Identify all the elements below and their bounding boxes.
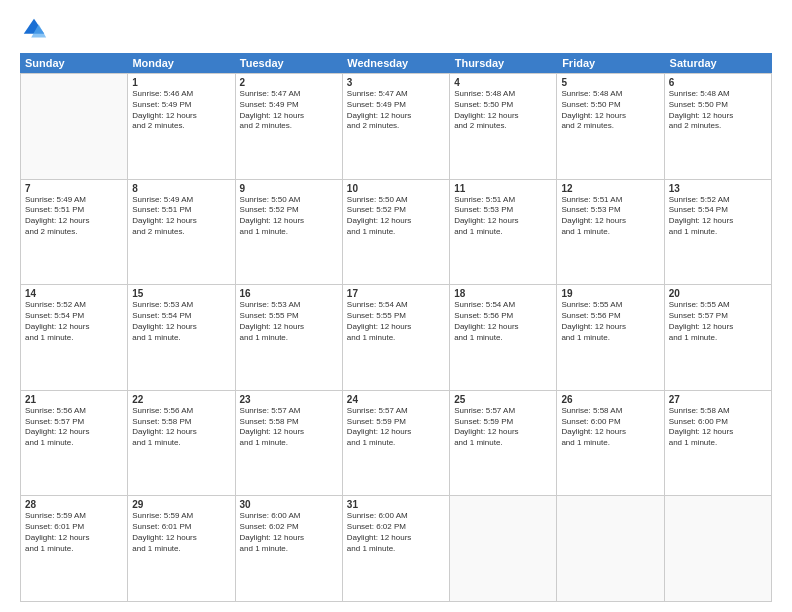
header-day-saturday: Saturday [665, 53, 772, 73]
day-number: 22 [132, 394, 230, 405]
cal-cell: 13Sunrise: 5:52 AM Sunset: 5:54 PM Dayli… [665, 180, 772, 285]
cal-cell: 16Sunrise: 5:53 AM Sunset: 5:55 PM Dayli… [236, 285, 343, 390]
day-number: 8 [132, 183, 230, 194]
cell-info: Sunrise: 5:49 AM Sunset: 5:51 PM Dayligh… [25, 195, 123, 238]
day-number: 24 [347, 394, 445, 405]
day-number: 4 [454, 77, 552, 88]
day-number: 30 [240, 499, 338, 510]
header-day-wednesday: Wednesday [342, 53, 449, 73]
cell-info: Sunrise: 5:58 AM Sunset: 6:00 PM Dayligh… [669, 406, 767, 449]
cal-cell: 23Sunrise: 5:57 AM Sunset: 5:58 PM Dayli… [236, 391, 343, 496]
logo-icon [20, 15, 48, 43]
calendar-row-5: 28Sunrise: 5:59 AM Sunset: 6:01 PM Dayli… [21, 496, 772, 602]
cal-cell: 24Sunrise: 5:57 AM Sunset: 5:59 PM Dayli… [343, 391, 450, 496]
cell-info: Sunrise: 6:00 AM Sunset: 6:02 PM Dayligh… [347, 511, 445, 554]
cal-cell: 30Sunrise: 6:00 AM Sunset: 6:02 PM Dayli… [236, 496, 343, 601]
cell-info: Sunrise: 5:59 AM Sunset: 6:01 PM Dayligh… [132, 511, 230, 554]
cell-info: Sunrise: 5:47 AM Sunset: 5:49 PM Dayligh… [240, 89, 338, 132]
day-number: 20 [669, 288, 767, 299]
day-number: 27 [669, 394, 767, 405]
cal-cell: 26Sunrise: 5:58 AM Sunset: 6:00 PM Dayli… [557, 391, 664, 496]
day-number: 11 [454, 183, 552, 194]
cal-cell: 8Sunrise: 5:49 AM Sunset: 5:51 PM Daylig… [128, 180, 235, 285]
day-number: 3 [347, 77, 445, 88]
cal-cell: 28Sunrise: 5:59 AM Sunset: 6:01 PM Dayli… [21, 496, 128, 601]
cal-cell: 21Sunrise: 5:56 AM Sunset: 5:57 PM Dayli… [21, 391, 128, 496]
cell-info: Sunrise: 5:55 AM Sunset: 5:57 PM Dayligh… [669, 300, 767, 343]
cal-cell: 27Sunrise: 5:58 AM Sunset: 6:00 PM Dayli… [665, 391, 772, 496]
cal-cell: 2Sunrise: 5:47 AM Sunset: 5:49 PM Daylig… [236, 74, 343, 179]
cal-cell: 1Sunrise: 5:46 AM Sunset: 5:49 PM Daylig… [128, 74, 235, 179]
cell-info: Sunrise: 5:56 AM Sunset: 5:58 PM Dayligh… [132, 406, 230, 449]
header-day-tuesday: Tuesday [235, 53, 342, 73]
cell-info: Sunrise: 5:57 AM Sunset: 5:59 PM Dayligh… [347, 406, 445, 449]
calendar-row-2: 7Sunrise: 5:49 AM Sunset: 5:51 PM Daylig… [21, 180, 772, 286]
cal-cell [21, 74, 128, 179]
day-number: 6 [669, 77, 767, 88]
header-day-friday: Friday [557, 53, 664, 73]
cal-cell: 20Sunrise: 5:55 AM Sunset: 5:57 PM Dayli… [665, 285, 772, 390]
cell-info: Sunrise: 5:58 AM Sunset: 6:00 PM Dayligh… [561, 406, 659, 449]
day-number: 12 [561, 183, 659, 194]
cal-cell: 3Sunrise: 5:47 AM Sunset: 5:49 PM Daylig… [343, 74, 450, 179]
day-number: 19 [561, 288, 659, 299]
calendar-row-1: 1Sunrise: 5:46 AM Sunset: 5:49 PM Daylig… [21, 74, 772, 180]
day-number: 14 [25, 288, 123, 299]
header-day-thursday: Thursday [450, 53, 557, 73]
cal-cell: 7Sunrise: 5:49 AM Sunset: 5:51 PM Daylig… [21, 180, 128, 285]
day-number: 16 [240, 288, 338, 299]
cal-cell: 14Sunrise: 5:52 AM Sunset: 5:54 PM Dayli… [21, 285, 128, 390]
cell-info: Sunrise: 5:54 AM Sunset: 5:55 PM Dayligh… [347, 300, 445, 343]
cal-cell: 17Sunrise: 5:54 AM Sunset: 5:55 PM Dayli… [343, 285, 450, 390]
cell-info: Sunrise: 5:47 AM Sunset: 5:49 PM Dayligh… [347, 89, 445, 132]
day-number: 10 [347, 183, 445, 194]
cell-info: Sunrise: 5:46 AM Sunset: 5:49 PM Dayligh… [132, 89, 230, 132]
day-number: 26 [561, 394, 659, 405]
day-number: 28 [25, 499, 123, 510]
cal-cell: 31Sunrise: 6:00 AM Sunset: 6:02 PM Dayli… [343, 496, 450, 601]
day-number: 13 [669, 183, 767, 194]
cell-info: Sunrise: 5:48 AM Sunset: 5:50 PM Dayligh… [561, 89, 659, 132]
cell-info: Sunrise: 5:49 AM Sunset: 5:51 PM Dayligh… [132, 195, 230, 238]
cal-cell [557, 496, 664, 601]
cell-info: Sunrise: 5:52 AM Sunset: 5:54 PM Dayligh… [669, 195, 767, 238]
cal-cell: 9Sunrise: 5:50 AM Sunset: 5:52 PM Daylig… [236, 180, 343, 285]
cell-info: Sunrise: 5:53 AM Sunset: 5:55 PM Dayligh… [240, 300, 338, 343]
cell-info: Sunrise: 5:48 AM Sunset: 5:50 PM Dayligh… [454, 89, 552, 132]
cell-info: Sunrise: 5:52 AM Sunset: 5:54 PM Dayligh… [25, 300, 123, 343]
day-number: 2 [240, 77, 338, 88]
cal-cell [665, 496, 772, 601]
cell-info: Sunrise: 5:48 AM Sunset: 5:50 PM Dayligh… [669, 89, 767, 132]
cell-info: Sunrise: 5:51 AM Sunset: 5:53 PM Dayligh… [454, 195, 552, 238]
day-number: 7 [25, 183, 123, 194]
day-number: 23 [240, 394, 338, 405]
cell-info: Sunrise: 5:55 AM Sunset: 5:56 PM Dayligh… [561, 300, 659, 343]
cal-cell: 15Sunrise: 5:53 AM Sunset: 5:54 PM Dayli… [128, 285, 235, 390]
day-number: 15 [132, 288, 230, 299]
day-number: 9 [240, 183, 338, 194]
cell-info: Sunrise: 5:50 AM Sunset: 5:52 PM Dayligh… [347, 195, 445, 238]
day-number: 31 [347, 499, 445, 510]
cell-info: Sunrise: 6:00 AM Sunset: 6:02 PM Dayligh… [240, 511, 338, 554]
header [20, 15, 772, 43]
cal-cell: 5Sunrise: 5:48 AM Sunset: 5:50 PM Daylig… [557, 74, 664, 179]
page: SundayMondayTuesdayWednesdayThursdayFrid… [0, 0, 792, 612]
cal-cell: 18Sunrise: 5:54 AM Sunset: 5:56 PM Dayli… [450, 285, 557, 390]
cal-cell: 29Sunrise: 5:59 AM Sunset: 6:01 PM Dayli… [128, 496, 235, 601]
calendar-header: SundayMondayTuesdayWednesdayThursdayFrid… [20, 53, 772, 73]
header-day-sunday: Sunday [20, 53, 127, 73]
cell-info: Sunrise: 5:51 AM Sunset: 5:53 PM Dayligh… [561, 195, 659, 238]
cal-cell [450, 496, 557, 601]
cell-info: Sunrise: 5:57 AM Sunset: 5:58 PM Dayligh… [240, 406, 338, 449]
cal-cell: 4Sunrise: 5:48 AM Sunset: 5:50 PM Daylig… [450, 74, 557, 179]
cal-cell: 6Sunrise: 5:48 AM Sunset: 5:50 PM Daylig… [665, 74, 772, 179]
calendar-body: 1Sunrise: 5:46 AM Sunset: 5:49 PM Daylig… [20, 73, 772, 602]
cal-cell: 12Sunrise: 5:51 AM Sunset: 5:53 PM Dayli… [557, 180, 664, 285]
logo [20, 15, 52, 43]
calendar-row-4: 21Sunrise: 5:56 AM Sunset: 5:57 PM Dayli… [21, 391, 772, 497]
cell-info: Sunrise: 5:50 AM Sunset: 5:52 PM Dayligh… [240, 195, 338, 238]
day-number: 25 [454, 394, 552, 405]
cal-cell: 22Sunrise: 5:56 AM Sunset: 5:58 PM Dayli… [128, 391, 235, 496]
day-number: 5 [561, 77, 659, 88]
cell-info: Sunrise: 5:59 AM Sunset: 6:01 PM Dayligh… [25, 511, 123, 554]
